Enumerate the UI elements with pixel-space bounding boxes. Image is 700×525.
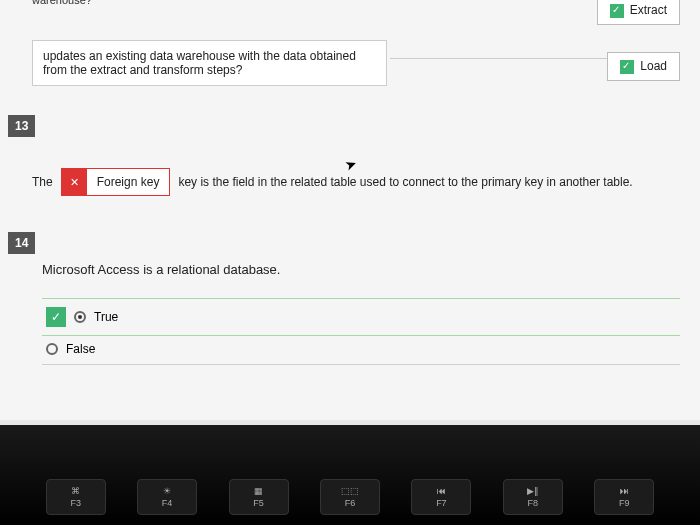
option-true-label: True <box>94 310 118 324</box>
answer-chip-extract[interactable]: Extract <box>597 0 680 25</box>
key-f4: ☀F4 <box>137 479 197 515</box>
q13-answer-text: Foreign key <box>87 169 170 195</box>
key-f6: ⬚⬚F6 <box>320 479 380 515</box>
key-f7: ⏮F7 <box>411 479 471 515</box>
radio-selected-icon <box>74 311 86 323</box>
check-icon: ✓ <box>46 307 66 327</box>
q13-wrong-answer[interactable]: ✕ Foreign key <box>61 168 171 196</box>
question-number-13: 13 <box>8 115 35 137</box>
q14-prompt: Microsoft Access is a relational databas… <box>42 262 280 277</box>
answer-chip-load[interactable]: Load <box>607 52 680 81</box>
quiz-panel: warehouse? updates an existing data ware… <box>0 0 700 420</box>
q13-tail: key is the field in the related table us… <box>178 175 632 189</box>
check-icon <box>620 60 634 74</box>
q13-lead: The <box>32 175 53 189</box>
question-number-14: 14 <box>8 232 35 254</box>
keyboard-strip: ⌘F3 ☀F4 ▦F5 ⬚⬚F6 ⏮F7 ▶‖F8 ⏭F9 <box>0 425 700 525</box>
option-false-row[interactable]: False <box>42 334 680 365</box>
chip-label: Extract <box>630 3 667 17</box>
q12-prompt-box: updates an existing data warehouse with … <box>32 40 387 86</box>
chip-label: Load <box>640 59 667 73</box>
option-false-label: False <box>66 342 95 356</box>
x-icon: ✕ <box>62 169 87 195</box>
q13-row: The ✕ Foreign key key is the field in th… <box>32 168 680 196</box>
key-f5: ▦F5 <box>229 479 289 515</box>
key-f9: ⏭F9 <box>594 479 654 515</box>
q12-partial-label: warehouse? <box>32 0 92 6</box>
key-f8: ▶‖F8 <box>503 479 563 515</box>
check-icon <box>610 4 624 18</box>
radio-unselected-icon <box>46 343 58 355</box>
option-true-row[interactable]: ✓ True <box>42 298 680 336</box>
key-f3: ⌘F3 <box>46 479 106 515</box>
